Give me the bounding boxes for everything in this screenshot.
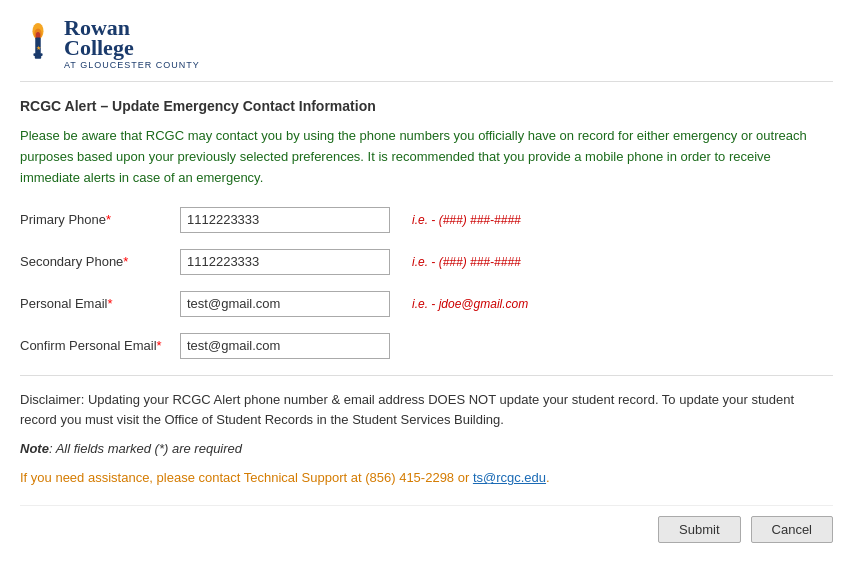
divider [20,375,833,376]
secondary-phone-row: Secondary Phone* i.e. - (###) ###-#### [20,249,833,275]
header: ★ Rowan College at Gloucester County [20,16,833,82]
secondary-phone-hint: i.e. - (###) ###-#### [412,255,521,269]
primary-phone-label: Primary Phone* [20,212,170,227]
personal-email-row: Personal Email* i.e. - jdoe@gmail.com [20,291,833,317]
svg-text:★: ★ [36,43,41,50]
required-marker: * [157,338,162,353]
logo-text: Rowan College at Gloucester County [64,16,200,71]
personal-email-label: Personal Email* [20,296,170,311]
confirm-email-row: Confirm Personal Email* [20,333,833,359]
secondary-phone-input[interactable] [180,249,390,275]
disclaimer-text: Disclaimer: Updating your RCGC Alert pho… [20,390,833,432]
info-paragraph: Please be aware that RCGC may contact yo… [20,126,833,188]
svg-rect-5 [35,55,41,59]
emergency-contact-form: Primary Phone* i.e. - (###) ###-#### Sec… [20,207,833,359]
required-marker: * [107,296,112,311]
required-marker: * [106,212,111,227]
required-marker: * [123,254,128,269]
button-row: Submit Cancel [20,505,833,543]
confirm-email-input[interactable] [180,333,390,359]
personal-email-input[interactable] [180,291,390,317]
logo-area: ★ Rowan College at Gloucester County [20,16,200,71]
secondary-phone-label: Secondary Phone* [20,254,170,269]
primary-phone-row: Primary Phone* i.e. - (###) ###-#### [20,207,833,233]
support-email-link[interactable]: ts@rcgc.edu [473,470,546,485]
support-text: If you need assistance, please contact T… [20,470,833,485]
logo-subtitle: at Gloucester County [64,61,200,71]
submit-button[interactable]: Submit [658,516,740,543]
torch-icon: ★ [20,22,56,66]
confirm-email-label: Confirm Personal Email* [20,338,170,353]
note-text: Note: All fields marked (*) are required [20,441,833,456]
personal-email-hint: i.e. - jdoe@gmail.com [412,297,528,311]
page-container: ★ Rowan College at Gloucester County RCG… [0,0,853,559]
page-title: RCGC Alert – Update Emergency Contact In… [20,98,833,114]
logo-college: College [64,36,200,60]
primary-phone-input[interactable] [180,207,390,233]
primary-phone-hint: i.e. - (###) ###-#### [412,213,521,227]
cancel-button[interactable]: Cancel [751,516,833,543]
